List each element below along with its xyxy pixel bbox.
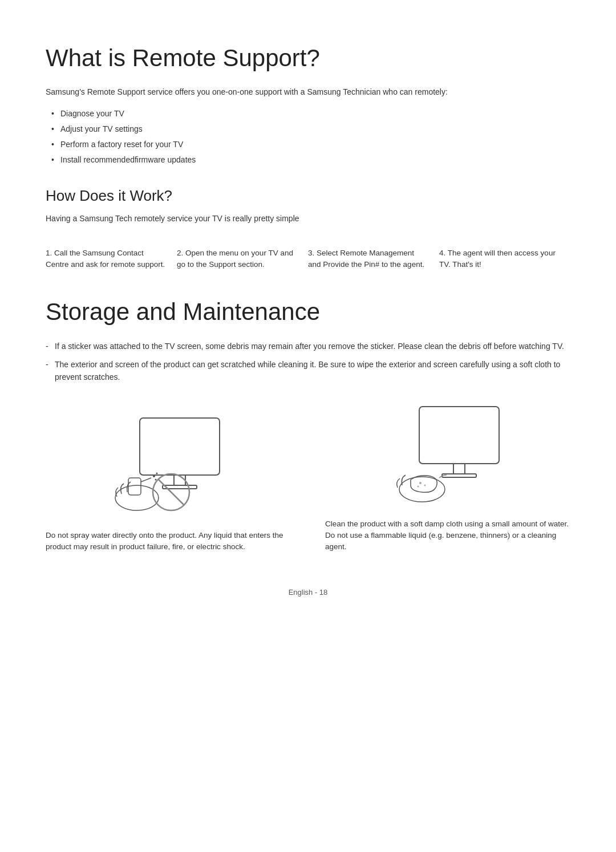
bullet-4: Install recommendedfirmware updates [51, 152, 570, 168]
how-intro: Having a Samsung Tech remotely service y… [46, 213, 570, 225]
image-caption-2: Clean the product with a soft damp cloth… [325, 518, 570, 553]
svg-line-5 [141, 478, 151, 482]
svg-point-7 [156, 472, 158, 474]
step-3-number: 3. [308, 249, 314, 257]
svg-point-17 [418, 485, 419, 487]
step-2-number: 2. [177, 249, 183, 257]
intro-text: Samsung's Remote Support service offers … [46, 86, 570, 98]
storage-bullet-1: If a sticker was attached to the TV scre… [46, 340, 570, 352]
svg-point-14 [399, 477, 445, 502]
step-4-number: 4. [439, 249, 445, 257]
images-row: Do not spray water directly onto the pro… [46, 401, 570, 553]
step-2: 2. Open the menu on your TV and go to th… [177, 248, 308, 271]
page-footer: English - 18 [46, 587, 570, 598]
storage-bullet-2: The exterior and screen of the product c… [46, 358, 570, 384]
step-1: 1. Call the Samsung Contact Centre and a… [46, 248, 177, 271]
svg-rect-11 [419, 407, 499, 464]
step-4: 4. The agent will then access your TV. T… [439, 248, 570, 271]
svg-point-6 [153, 475, 155, 477]
svg-point-15 [419, 482, 422, 484]
page-title: What is Remote Support? [46, 40, 570, 76]
no-spray-illustration [106, 412, 231, 521]
svg-rect-4 [128, 478, 141, 495]
storage-heading: Storage and Maintenance [46, 294, 570, 330]
svg-point-3 [115, 485, 159, 510]
svg-rect-12 [453, 464, 465, 474]
bullet-3: Perform a factory reset for your TV [51, 137, 570, 152]
step-3: 3. Select Remote Management and Provide … [308, 248, 439, 271]
image-caption-1: Do not spray water directly onto the pro… [46, 530, 291, 553]
footer-text: English - 18 [289, 588, 328, 597]
step-4-text: The agent will then access your TV. That… [439, 249, 556, 269]
how-does-it-work-section: How Does it Work? Having a Samsung Tech … [46, 185, 570, 271]
step-1-number: 1. [46, 249, 52, 257]
svg-point-8 [155, 478, 157, 480]
svg-point-16 [424, 484, 426, 486]
step-3-text: Select Remote Management and Provide the… [308, 249, 424, 269]
step-2-text: Open the menu on your TV and go to the S… [177, 249, 293, 269]
svg-rect-13 [442, 474, 476, 477]
svg-rect-0 [140, 418, 220, 475]
image-block-1: Do not spray water directly onto the pro… [46, 412, 291, 553]
bullet-1: Diagnose your TV [51, 106, 570, 121]
svg-line-10 [158, 479, 184, 505]
bullet-2: Adjust your TV settings [51, 121, 570, 137]
steps-row: 1. Call the Samsung Contact Centre and a… [46, 248, 570, 271]
step-1-text: Call the Samsung Contact Centre and ask … [46, 249, 165, 269]
feature-list: Diagnose your TV Adjust your TV settings… [51, 106, 570, 168]
image-block-2: Clean the product with a soft damp cloth… [325, 401, 570, 553]
how-heading: How Does it Work? [46, 185, 570, 207]
wipe-cloth-illustration [385, 401, 510, 509]
storage-section: Storage and Maintenance If a sticker was… [46, 294, 570, 553]
